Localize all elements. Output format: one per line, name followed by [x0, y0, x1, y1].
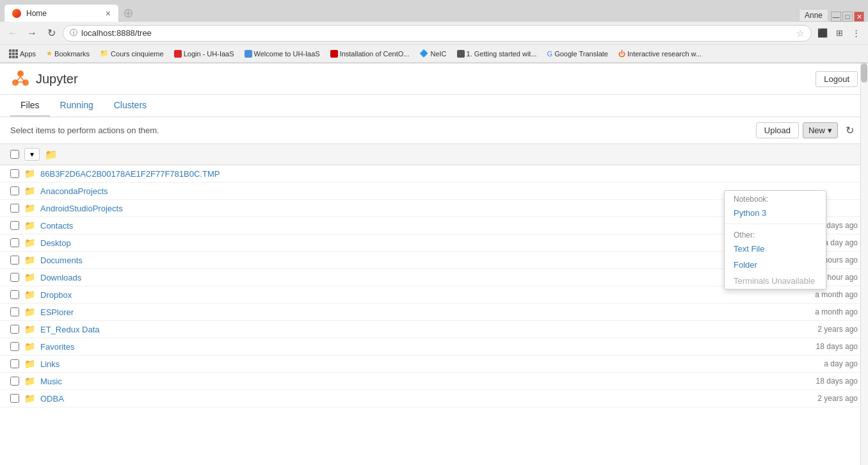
new-tab-button[interactable]: ⊕ — [119, 4, 137, 22]
address-bar[interactable]: ⓘ localhost:8888/tree ☆ — [63, 25, 812, 42]
new-label: New — [808, 126, 825, 135]
file-checkbox[interactable] — [10, 377, 19, 386]
logout-button[interactable]: Logout — [816, 71, 858, 87]
file-name[interactable]: ESPlorer — [40, 307, 810, 317]
text-file-option[interactable]: Text File — [725, 241, 826, 257]
folder-option[interactable]: Folder — [725, 257, 826, 273]
bookmark-login[interactable]: Login - UH-IaaS — [170, 49, 238, 59]
back-button[interactable]: ← — [5, 26, 20, 41]
bookmark-cours-label: Cours cinquieme — [111, 50, 164, 58]
forward-button[interactable]: → — [24, 26, 40, 41]
bookmark-centos-label: Installation of CentO... — [340, 50, 410, 58]
file-checkbox[interactable] — [10, 394, 19, 403]
file-name[interactable]: Favorites — [40, 342, 811, 352]
file-date: 2 years ago — [817, 394, 858, 403]
file-checkbox[interactable] — [10, 204, 19, 213]
bookmark-neic[interactable]: 🔷 NeIC — [415, 48, 450, 59]
file-date: 18 days ago — [816, 342, 858, 351]
extensions-icon[interactable]: ⬛ — [816, 26, 830, 40]
bookmark-welcome-label: Welcome to UH-IaaS — [254, 50, 320, 58]
file-checkbox[interactable] — [10, 342, 19, 351]
bookmark-started[interactable]: 1. Getting started wit... — [453, 49, 541, 59]
bookmark-cours[interactable]: 📁 Cours cinquieme — [96, 48, 168, 59]
file-name[interactable]: Dropbox — [40, 290, 810, 300]
file-checkbox[interactable] — [10, 359, 19, 368]
file-item: 📁 ODBA 2 years ago — [0, 390, 868, 407]
jupyter-logo: Jupyter — [10, 69, 78, 89]
scrollbar-track[interactable] — [860, 63, 868, 465]
tab-clusters[interactable]: Clusters — [104, 95, 157, 117]
tab-close-button[interactable]: × — [106, 9, 111, 18]
file-checkbox[interactable] — [10, 273, 19, 282]
upload-button[interactable]: Upload — [756, 122, 799, 138]
folder-up-icon[interactable]: 📁 — [45, 149, 58, 161]
apps-grid-icon — [9, 49, 18, 58]
file-date: a day ago — [824, 359, 858, 368]
bookmark-centos-icon — [330, 50, 338, 58]
scrollbar-thumb[interactable] — [861, 63, 867, 83]
apps-label: Apps — [20, 50, 36, 58]
chrome-icon[interactable]: ⊞ — [832, 26, 846, 40]
python3-option[interactable]: Python 3 — [725, 205, 826, 221]
new-dropdown-menu: Notebook: Python 3 Other: Text File Fold… — [724, 190, 826, 290]
file-checkbox[interactable] — [10, 307, 19, 316]
close-window-button[interactable]: ✕ — [854, 12, 864, 22]
bookmark-translate-icon: G — [547, 50, 553, 58]
bookmark-centos[interactable]: Installation of CentO... — [326, 49, 414, 59]
folder-icon: 📁 — [24, 393, 35, 404]
bookmarks-label: Bookmarks — [54, 50, 90, 58]
reload-button[interactable]: ↻ — [44, 26, 59, 41]
file-name[interactable]: Music — [40, 377, 811, 386]
file-checkbox[interactable] — [10, 169, 19, 178]
file-item: 📁 Links a day ago — [0, 355, 868, 373]
terminals-option: Terminals Unavailable — [725, 273, 826, 289]
file-checkbox[interactable] — [10, 186, 19, 195]
user-indicator: Anne — [799, 9, 828, 22]
refresh-button[interactable]: ↻ — [842, 123, 858, 138]
file-checkbox[interactable] — [10, 325, 19, 334]
other-section-label: Other: — [725, 227, 826, 241]
browser-tab[interactable]: Home × — [4, 4, 119, 22]
bookmarks-apps[interactable]: Apps — [5, 48, 40, 60]
bookmark-translate[interactable]: G Google Translate — [543, 49, 612, 59]
jupyter-header: Jupyter Logout — [0, 63, 868, 95]
bookmark-neic-icon: 🔷 — [419, 49, 428, 58]
folder-icon: 📁 — [24, 203, 35, 213]
sort-button[interactable]: ▾ — [24, 148, 40, 161]
tab-files[interactable]: Files — [10, 95, 50, 117]
folder-icon: 📁 — [100, 49, 109, 58]
file-checkbox[interactable] — [10, 256, 19, 265]
file-name[interactable]: 86B3F2D6AC2B00178AE1F2F77F781B0C.TMP — [40, 169, 853, 179]
tab-running[interactable]: Running — [50, 95, 104, 117]
file-checkbox[interactable] — [10, 238, 19, 247]
minimize-button[interactable]: — — [831, 12, 841, 22]
file-checkbox[interactable] — [10, 221, 19, 230]
bookmark-started-label: 1. Getting started wit... — [467, 50, 537, 58]
bookmark-interactive[interactable]: ⏻ Interactive research w... — [615, 49, 705, 59]
bookmarks-toggle[interactable]: ★ Bookmarks — [42, 48, 93, 59]
menu-icon[interactable]: ⋮ — [849, 26, 863, 40]
file-name[interactable]: Contacts — [40, 221, 811, 231]
file-name[interactable]: ET_Redux Data — [40, 325, 812, 334]
file-date: a month ago — [815, 290, 858, 299]
file-name[interactable]: Links — [40, 359, 819, 369]
file-name[interactable]: Downloads — [40, 273, 812, 282]
file-item: 📁 Music 18 days ago — [0, 373, 868, 390]
file-name[interactable]: Documents — [40, 256, 812, 265]
new-button[interactable]: New ▾ — [803, 122, 838, 138]
new-dropdown-arrow: ▾ — [828, 126, 832, 135]
bookmark-welcome[interactable]: Welcome to UH-IaaS — [241, 49, 324, 59]
file-name[interactable]: ODBA — [40, 394, 812, 404]
bookmark-star-icon[interactable]: ☆ — [796, 28, 805, 38]
file-checkbox[interactable] — [10, 290, 19, 299]
folder-icon: 📁 — [24, 290, 35, 300]
url-text: localhost:8888/tree — [81, 28, 792, 38]
select-all-checkbox[interactable] — [10, 150, 19, 159]
folder-icon: 📁 — [24, 272, 35, 282]
folder-icon: 📁 — [24, 168, 35, 179]
file-name[interactable]: Desktop — [40, 238, 819, 248]
bookmark-login-label: Login - UH-IaaS — [184, 50, 234, 58]
select-items-text: Select items to perform actions on them. — [10, 126, 159, 135]
bookmark-interactive-icon: ⏻ — [618, 50, 625, 58]
maximize-button[interactable]: □ — [842, 12, 853, 22]
